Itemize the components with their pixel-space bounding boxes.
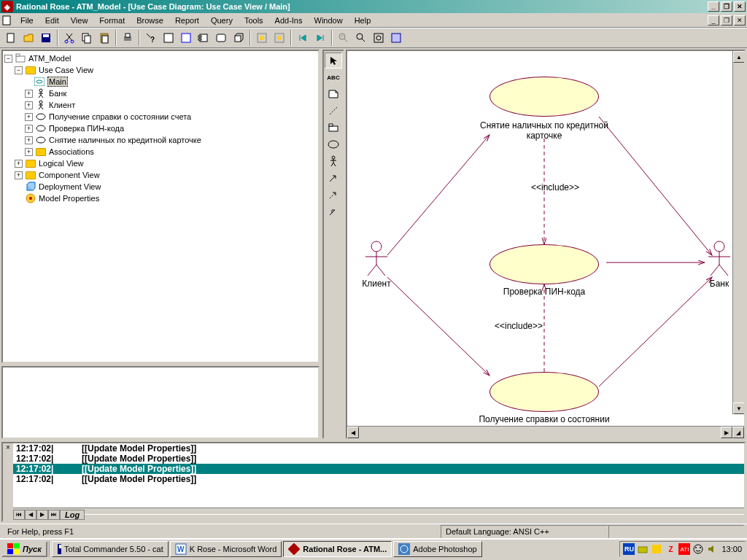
menu-file[interactable]: File (15, 15, 39, 26)
forward-button[interactable] (312, 30, 328, 46)
expand-icon[interactable]: + (15, 171, 23, 179)
scroll-right-icon[interactable]: ▶ (721, 427, 732, 438)
log-last-button[interactable]: ⏭ (48, 510, 60, 520)
task-totalcmd[interactable]: Total Commander 5.50 - cat (52, 541, 169, 557)
log-prev-button[interactable]: ◀ (25, 510, 36, 520)
new-button[interactable] (3, 30, 19, 46)
undo-fit-button[interactable] (388, 30, 404, 46)
tree-cv[interactable]: Component View (39, 171, 100, 179)
scroll-down-icon[interactable]: ▼ (733, 402, 744, 414)
scroll-left-icon[interactable]: ◀ (347, 427, 359, 438)
menu-edit[interactable]: Edit (39, 15, 65, 26)
browse-deployment-button[interactable] (231, 30, 247, 46)
menu-report[interactable]: Report (169, 15, 205, 26)
tray-icon-3[interactable]: Z (665, 543, 676, 555)
menu-browse[interactable]: Browse (131, 15, 169, 26)
tray-icon-1[interactable] (637, 543, 649, 555)
tree-lv[interactable]: Logical View (39, 159, 84, 168)
menu-help[interactable]: Help (349, 15, 377, 26)
fit-window-button[interactable] (371, 30, 387, 46)
tree-mp[interactable]: Model Properties (39, 194, 99, 203)
tree-uc2[interactable]: Проверка ПИН-кода (49, 124, 124, 133)
copy-button[interactable] (79, 30, 95, 46)
browse-statechart-button[interactable] (213, 30, 229, 46)
tree-uc3[interactable]: Снятие наличных по кредитной карточке (49, 136, 201, 144)
log-close-button[interactable]: × (3, 443, 13, 521)
log-next-button[interactable]: ▶ (36, 510, 48, 520)
back-button[interactable] (295, 30, 311, 46)
expand-icon[interactable]: − (15, 66, 23, 74)
zoom-out-button[interactable] (353, 30, 369, 46)
expand-icon[interactable]: + (25, 113, 33, 121)
actor-tool[interactable] (325, 153, 342, 169)
usecase-top[interactable] (489, 77, 599, 117)
tray-clock[interactable]: 13:00 (721, 545, 742, 553)
browse-parent-button[interactable] (254, 30, 270, 46)
task-photoshop[interactable]: Adobe Photoshop (393, 541, 481, 557)
scrollbar-horizontal[interactable]: ◀ ▶ ◢ (347, 426, 744, 438)
cut-button[interactable] (61, 30, 77, 46)
tree-ucv[interactable]: Use Case View (39, 66, 93, 74)
expand-icon[interactable]: + (15, 160, 23, 168)
expand-icon[interactable]: − (4, 55, 12, 63)
expand-icon[interactable]: + (25, 101, 33, 109)
package-tool[interactable] (325, 120, 342, 136)
minimize-button[interactable]: _ (708, 1, 719, 12)
task-word[interactable]: W K Rose - Microsoft Word (170, 541, 282, 557)
association-tool[interactable] (325, 170, 342, 186)
documentation-panel[interactable] (1, 366, 320, 439)
actor-bank[interactable] (705, 241, 734, 277)
expand-icon[interactable]: + (25, 136, 33, 144)
tree-uc1[interactable]: Получение справки о состоянии счета (49, 112, 191, 121)
tray-icon-5[interactable] (692, 543, 704, 555)
tree-root[interactable]: ATM_Model (28, 54, 71, 63)
expand-icon[interactable]: + (25, 125, 33, 133)
tree-assoc[interactable]: Associations (49, 147, 94, 156)
usecase-mid[interactable] (489, 244, 599, 284)
menu-format[interactable]: Format (93, 15, 131, 26)
log-tab[interactable]: Log (60, 510, 85, 520)
pointer-tool[interactable] (325, 52, 342, 69)
browse-class-button[interactable] (160, 30, 177, 46)
tree-dv[interactable]: Deployment View (39, 182, 101, 191)
menu-window[interactable]: Window (309, 15, 349, 26)
volume-icon[interactable] (706, 543, 718, 555)
tree-bank[interactable]: Банк (49, 89, 66, 98)
save-button[interactable] (38, 30, 54, 46)
tray-icon-2[interactable] (651, 543, 662, 555)
tray-icon-4[interactable]: ATI (678, 543, 690, 555)
print-button[interactable] (120, 30, 136, 46)
dependency-tool[interactable] (325, 187, 342, 203)
mdi-restore-button[interactable]: ❐ (721, 15, 732, 26)
menu-query[interactable]: Query (205, 15, 239, 26)
expand-icon[interactable]: + (25, 90, 33, 98)
paste-button[interactable] (96, 30, 112, 46)
scroll-up-icon[interactable]: ▲ (733, 51, 744, 63)
expand-icon[interactable]: + (25, 148, 33, 156)
maximize-button[interactable]: ❐ (721, 1, 732, 12)
usecase-tool[interactable] (325, 136, 342, 152)
actor-client[interactable] (362, 241, 391, 277)
scrollbar-vertical[interactable]: ▲ ▼ (732, 51, 744, 414)
task-rose[interactable]: Rational Rose - ATM... (283, 541, 392, 557)
mdi-close-button[interactable]: ✕ (734, 15, 746, 26)
log-first-button[interactable]: ⏮ (13, 510, 25, 520)
generalization-tool[interactable] (325, 203, 342, 219)
lang-indicator[interactable]: RU (623, 543, 635, 555)
help-context-button[interactable]: ? (143, 30, 159, 46)
open-button[interactable] (20, 30, 36, 46)
diagram-canvas[interactable]: Снятие наличных по кредитной карточке Пр… (347, 51, 744, 426)
menu-tools[interactable]: Tools (239, 15, 269, 26)
zoom-in-button[interactable]: + (336, 30, 352, 46)
start-button[interactable]: Пуск (1, 541, 47, 557)
menu-view[interactable]: View (65, 15, 94, 26)
menu-addins[interactable]: Add-Ins (269, 15, 309, 26)
text-tool[interactable]: ABC (325, 69, 342, 85)
anchor-tool[interactable] (325, 103, 342, 119)
browser-tree[interactable]: − ATM_Model − Use Case View Main + Банк … (1, 50, 320, 363)
browse-previous-button[interactable] (271, 30, 287, 46)
log-rows[interactable]: 12:17:02|[[Update Model Properties]] 12:… (13, 443, 744, 508)
close-button[interactable]: ✕ (734, 1, 746, 12)
note-tool[interactable] (325, 86, 342, 102)
browse-component-button[interactable] (196, 30, 212, 46)
